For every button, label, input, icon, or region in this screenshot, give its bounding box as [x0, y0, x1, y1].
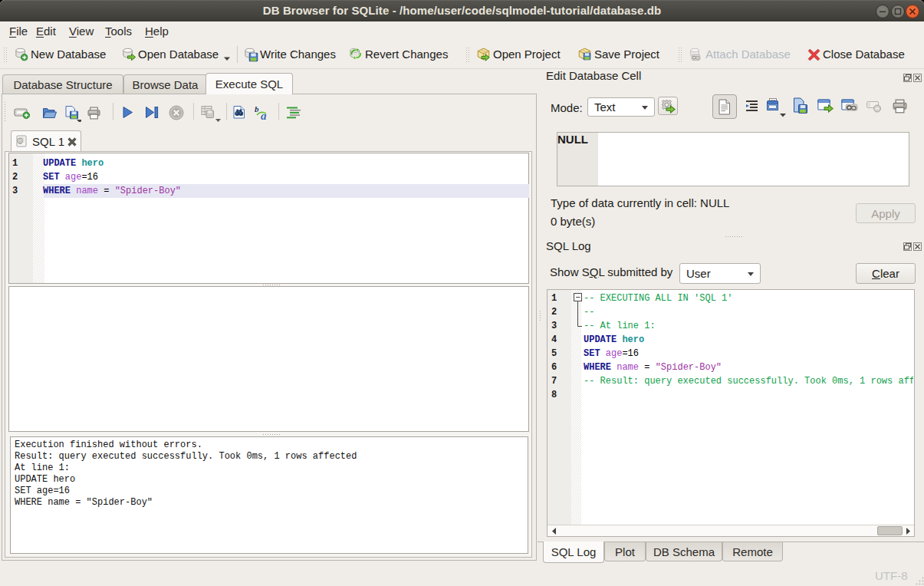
- svg-text:b: b: [255, 104, 259, 114]
- svg-text:a: a: [261, 110, 267, 121]
